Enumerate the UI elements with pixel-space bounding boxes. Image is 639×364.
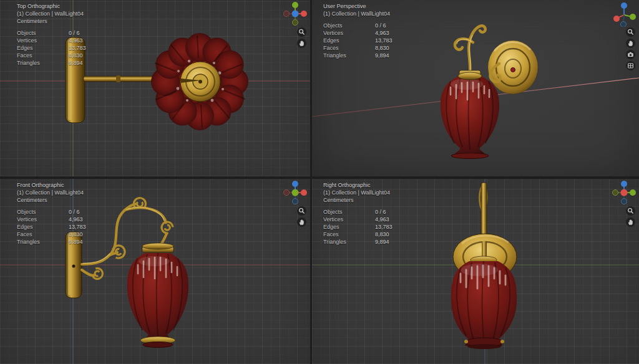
stat-label: Faces	[17, 52, 69, 59]
gizmo-axis-x-negative-icon[interactable]	[284, 11, 290, 17]
gizmo-axis-x-icon[interactable]	[621, 189, 628, 196]
stat-label: Faces	[323, 231, 375, 238]
active-collection: (1) Collection | WallLight04	[17, 189, 86, 196]
viewport-divider-vertical[interactable]	[310, 0, 312, 364]
stat-value: 9,894	[69, 59, 83, 67]
viewport-front-orthographic[interactable]: Front Orthographic (1) Collection | Wall…	[0, 179, 310, 364]
pan-icon[interactable]	[297, 218, 306, 227]
scene-stats: Objects0 / 6 Vertices4,963 Edges13,783 F…	[17, 29, 86, 67]
navigation-gizmo-icon[interactable]	[282, 1, 308, 27]
zoom-icon[interactable]	[297, 27, 306, 37]
stat-label: Objects	[17, 208, 69, 216]
stat-value: 13,783	[375, 223, 393, 231]
gizmo-axis-y-icon[interactable]	[292, 189, 299, 196]
gizmo-axis-z-negative-icon[interactable]	[293, 199, 298, 204]
zoom-icon[interactable]	[626, 206, 635, 216]
stat-label: Edges	[323, 37, 375, 44]
stat-label: Triangles	[17, 238, 69, 246]
viewport-top-orthographic[interactable]: Top Orthographic (1) Collection | WallLi…	[0, 0, 310, 176]
gizmo-axis-x-icon[interactable]	[301, 11, 307, 17]
view-name: Top Orthographic	[17, 2, 86, 10]
gizmo-axis-z-icon[interactable]	[621, 181, 627, 187]
stat-value: 13,783	[69, 44, 86, 52]
gizmo-axis-y-icon[interactable]	[630, 14, 636, 20]
stat-label: Objects	[17, 29, 69, 37]
stat-value: 9,894	[375, 52, 389, 59]
stat-label: Vertices	[17, 37, 69, 44]
stat-value: 8,830	[69, 52, 83, 59]
stat-label: Edges	[323, 223, 375, 231]
gizmo-axis-y-icon[interactable]	[630, 189, 636, 196]
active-collection: (1) Collection | WallLight04	[17, 10, 86, 17]
gizmo-axis-z-icon[interactable]	[621, 2, 627, 9]
navigation-gizmo-icon[interactable]	[611, 180, 637, 206]
viewport-divider-horizontal[interactable]	[0, 176, 639, 179]
stat-label: Faces	[17, 231, 69, 238]
stat-label: Edges	[17, 223, 69, 231]
stat-value: 8,830	[69, 231, 83, 238]
viewport-tools	[626, 206, 635, 227]
scene-stats: Objects0 / 6 Vertices4,963 Edges13,783 F…	[323, 208, 393, 246]
scene-stats: Objects0 / 6 Vertices4,963 Edges13,783 F…	[323, 22, 393, 59]
active-collection: (1) Collection | WallLight04	[323, 10, 393, 17]
blender-quad-view: Top Orthographic (1) Collection | WallLi…	[0, 0, 639, 364]
stat-value: 0 / 6	[69, 208, 80, 216]
projection-toggle-icon[interactable]	[626, 61, 635, 70]
gizmo-axis-x-icon[interactable]	[613, 16, 620, 22]
zoom-icon[interactable]	[297, 206, 306, 216]
stat-value: 13,783	[375, 37, 393, 44]
navigation-gizmo-icon[interactable]	[282, 180, 308, 206]
camera-icon[interactable]	[626, 50, 635, 59]
stat-label: Faces	[323, 44, 375, 52]
gizmo-axis-y-negative-icon[interactable]	[293, 20, 298, 26]
stat-value: 13,783	[69, 223, 86, 231]
stat-label: Objects	[323, 22, 375, 29]
stat-label: Triangles	[323, 238, 375, 246]
units-label: Centimeters	[323, 196, 393, 204]
gizmo-axis-x-negative-icon[interactable]	[284, 190, 290, 196]
gizmo-axis-z-negative-icon[interactable]	[622, 199, 627, 204]
viewport-tools	[626, 27, 635, 70]
pan-icon[interactable]	[626, 218, 635, 227]
gizmo-axis-y-negative-icon[interactable]	[613, 190, 618, 196]
stat-value: 0 / 6	[375, 22, 386, 29]
pan-icon[interactable]	[297, 39, 306, 48]
stat-value: 4,963	[375, 29, 389, 37]
gizmo-axis-z-icon[interactable]	[292, 11, 299, 17]
stat-label: Objects	[323, 208, 375, 216]
stat-label: Vertices	[323, 216, 375, 223]
viewport-tools	[297, 27, 306, 48]
stat-value: 8,830	[375, 231, 389, 238]
units-label: Centimeters	[17, 17, 86, 25]
active-collection: (1) Collection | WallLight04	[323, 189, 393, 196]
stat-value: 0 / 6	[69, 29, 80, 37]
viewport-user-perspective[interactable]: User Perspective (1) Collection | WallLi…	[312, 0, 639, 176]
gizmo-axis-y-icon[interactable]	[292, 2, 298, 8]
gizmo-axis-z-icon[interactable]	[292, 181, 298, 187]
scene-stats: Objects0 / 6 Vertices4,963 Edges13,783 F…	[17, 208, 86, 246]
viewport-right-orthographic[interactable]: Right Orthographic (1) Collection | Wall…	[312, 179, 639, 364]
stat-label: Vertices	[323, 29, 375, 37]
stat-value: 4,963	[69, 216, 83, 223]
zoom-icon[interactable]	[626, 27, 635, 37]
viewport-header: Front Orthographic (1) Collection | Wall…	[17, 181, 86, 246]
pan-icon[interactable]	[626, 39, 635, 48]
stat-value: 4,963	[375, 216, 389, 223]
view-name: Front Orthographic	[17, 181, 86, 189]
viewport-header: Top Orthographic (1) Collection | WallLi…	[17, 2, 86, 67]
stat-value: 9,894	[375, 238, 389, 246]
stat-label: Vertices	[17, 216, 69, 223]
stat-label: Edges	[17, 44, 69, 52]
viewport-header: Right Orthographic (1) Collection | Wall…	[323, 181, 393, 246]
viewport-tools	[297, 206, 306, 227]
stat-label: Triangles	[17, 59, 69, 67]
view-name: User Perspective	[323, 2, 393, 10]
navigation-gizmo-icon[interactable]	[611, 1, 637, 27]
gizmo-axis-z-negative-icon[interactable]	[621, 22, 627, 27]
stat-value: 8,830	[375, 44, 389, 52]
gizmo-axis-x-icon[interactable]	[301, 189, 307, 196]
units-label: Centimeters	[17, 196, 86, 204]
stat-value: 4,963	[69, 37, 83, 44]
stat-value: 0 / 6	[375, 208, 386, 216]
stat-value: 9,894	[69, 238, 83, 246]
